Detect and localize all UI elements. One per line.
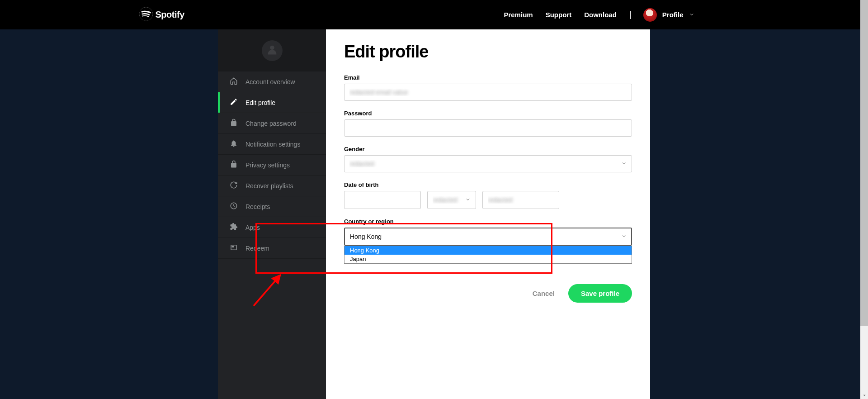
sidebar-avatar-placeholder xyxy=(262,40,283,61)
person-icon xyxy=(266,43,278,58)
svg-point-1 xyxy=(270,45,274,49)
sidebar-item-label: Redeem xyxy=(245,245,269,252)
bell-icon xyxy=(230,139,238,149)
profile-label: Profile xyxy=(662,11,684,19)
lock-icon xyxy=(230,160,238,170)
sidebar: Account overview Edit profile Change pas… xyxy=(218,29,326,399)
dob-day-field[interactable] xyxy=(344,191,421,209)
country-label: Country or region xyxy=(344,218,632,225)
password-field[interactable] xyxy=(344,119,632,137)
avatar xyxy=(643,8,657,22)
sidebar-item-change-password[interactable]: Change password xyxy=(218,113,326,134)
sidebar-item-label: Recover playlists xyxy=(245,182,293,190)
nav-premium[interactable]: Premium xyxy=(504,11,533,19)
country-option-hong-kong[interactable]: Hong Kong xyxy=(344,246,632,255)
sidebar-item-label: Receipts xyxy=(245,203,270,210)
profile-dropdown[interactable]: Profile xyxy=(643,8,694,22)
gender-label: Gender xyxy=(344,146,632,152)
sidebar-item-label: Account overview xyxy=(245,78,295,86)
scrollbar-thumb[interactable] xyxy=(860,0,868,326)
sidebar-item-edit-profile[interactable]: Edit profile xyxy=(218,92,326,113)
sidebar-item-label: Apps xyxy=(245,224,260,231)
dob-label: Date of birth xyxy=(344,181,632,188)
password-label: Password xyxy=(344,110,632,117)
sidebar-item-label: Notification settings xyxy=(245,141,300,148)
svg-rect-4 xyxy=(232,246,234,247)
sidebar-item-label: Change password xyxy=(245,120,297,127)
scrollbar-down-button[interactable] xyxy=(860,391,868,399)
puzzle-icon xyxy=(230,223,238,232)
refresh-icon xyxy=(230,181,238,190)
sidebar-item-redeem[interactable]: Redeem xyxy=(218,238,326,259)
pencil-icon xyxy=(230,98,238,107)
spotify-logo[interactable]: Spotify xyxy=(139,7,184,23)
sidebar-item-label: Edit profile xyxy=(245,99,275,106)
sidebar-item-receipts[interactable]: Receipts xyxy=(218,196,326,217)
sidebar-item-privacy-settings[interactable]: Privacy settings xyxy=(218,155,326,176)
nav-separator xyxy=(630,11,631,19)
country-dropdown-listbox[interactable]: Hong Kong Japan xyxy=(344,246,632,264)
email-label: Email xyxy=(344,74,632,81)
sidebar-item-label: Privacy settings xyxy=(245,162,290,169)
dob-year-field[interactable] xyxy=(482,191,559,209)
gender-select[interactable] xyxy=(344,155,632,172)
lock-icon xyxy=(230,119,238,128)
sidebar-item-apps[interactable]: Apps xyxy=(218,217,326,238)
country-option-japan[interactable]: Japan xyxy=(344,255,632,263)
brand-name: Spotify xyxy=(156,10,184,20)
chevron-down-icon xyxy=(689,11,694,19)
clock-icon xyxy=(230,202,238,211)
browser-scrollbar[interactable] xyxy=(860,0,868,399)
sidebar-avatar-wrap xyxy=(218,29,326,71)
nav-support[interactable]: Support xyxy=(546,11,572,19)
dob-month-select[interactable] xyxy=(427,191,476,209)
nav-download[interactable]: Download xyxy=(584,11,617,19)
country-select[interactable] xyxy=(344,228,632,246)
sidebar-item-recover-playlists[interactable]: Recover playlists xyxy=(218,176,326,196)
home-icon xyxy=(230,77,238,86)
sidebar-item-notification-settings[interactable]: Notification settings xyxy=(218,134,326,155)
sidebar-item-account-overview[interactable]: Account overview xyxy=(218,71,326,92)
topbar: Spotify Premium Support Download Profile xyxy=(0,0,860,29)
divider xyxy=(344,273,632,273)
page-title: Edit profile xyxy=(344,42,632,62)
cancel-button[interactable]: Cancel xyxy=(533,290,555,297)
main-panel: Edit profile Email Password Gender Date … xyxy=(326,29,650,399)
spotify-icon xyxy=(139,7,153,23)
save-profile-button[interactable]: Save profile xyxy=(568,284,632,303)
card-icon xyxy=(230,243,238,253)
email-field[interactable] xyxy=(344,84,632,101)
